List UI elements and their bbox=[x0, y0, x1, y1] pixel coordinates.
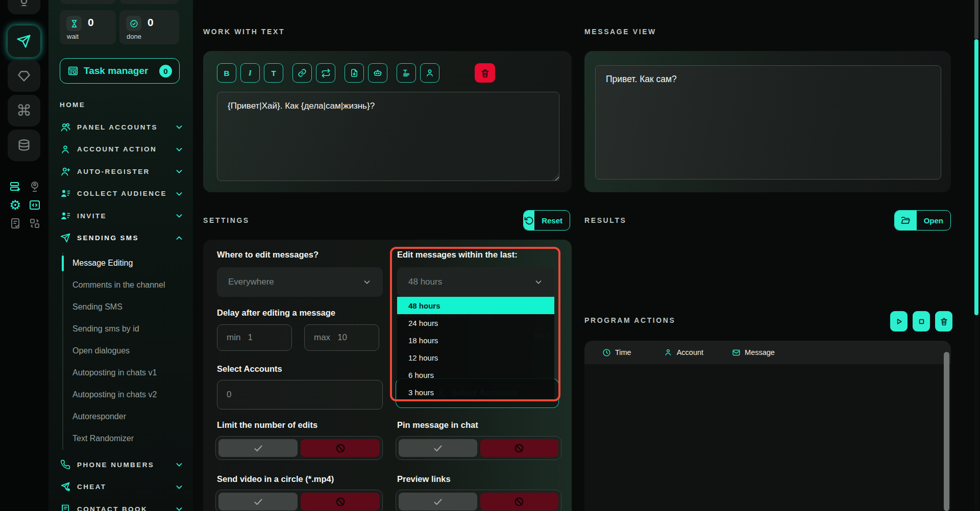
server-check-icon[interactable] bbox=[9, 181, 21, 193]
file-insert-button[interactable] bbox=[345, 63, 364, 83]
sending-rail-button[interactable] bbox=[8, 25, 40, 57]
text-template-button[interactable] bbox=[397, 63, 416, 83]
allow-button[interactable] bbox=[218, 439, 298, 457]
where-select[interactable]: Everywhere bbox=[217, 267, 383, 297]
phone-icon bbox=[60, 459, 71, 470]
swap-icon[interactable] bbox=[29, 217, 41, 229]
chevron-up-icon bbox=[175, 234, 184, 243]
code-window-icon[interactable] bbox=[29, 199, 41, 211]
dropdown-option[interactable]: 12 hours bbox=[397, 349, 554, 366]
work-with-text-title: WORK WITH TEXT bbox=[203, 28, 285, 36]
done-count: 0 bbox=[148, 16, 154, 29]
bot-button[interactable] bbox=[368, 63, 387, 83]
repeat-button[interactable] bbox=[316, 63, 335, 83]
send-video-label: Send video in a circle (*.mp4) bbox=[217, 474, 334, 484]
sidebar-subitem-label: Sending sms by id bbox=[72, 324, 139, 334]
sidebar-item-invite[interactable]: INVITE bbox=[48, 205, 193, 227]
webcam-icon[interactable] bbox=[29, 181, 41, 193]
user-icon bbox=[425, 68, 434, 78]
sidebar-subitem-label: Sending SMS bbox=[72, 302, 122, 312]
deny-button[interactable] bbox=[301, 439, 380, 457]
text-toolbar: B I T bbox=[217, 63, 439, 83]
document-check-icon[interactable] bbox=[9, 217, 21, 229]
sidebar-item-phone-numbers[interactable]: PHONE NUMBERS bbox=[48, 454, 193, 476]
stop-button[interactable] bbox=[913, 311, 930, 331]
open-label: Open bbox=[917, 211, 950, 230]
delete-text-button[interactable] bbox=[475, 63, 495, 83]
page-scrollbar-thumb[interactable] bbox=[974, 39, 978, 315]
sidebar-item-home[interactable]: HOME bbox=[48, 94, 193, 116]
deny-button[interactable] bbox=[301, 493, 380, 510]
book-icon bbox=[60, 503, 71, 511]
command-icon: ⌘ bbox=[16, 103, 32, 118]
send-icon bbox=[60, 233, 71, 244]
sidebar-subitem-label: Comments in the channel bbox=[72, 280, 165, 290]
sidebar-subitem[interactable]: Autoposting in chats v1 bbox=[63, 362, 193, 384]
dropdown-option[interactable]: 18 hours bbox=[397, 331, 554, 349]
text-format-button[interactable]: T bbox=[264, 63, 283, 83]
sidebar-item-contact-book[interactable]: CONTACT BOOK bbox=[48, 498, 193, 511]
allow-button[interactable] bbox=[399, 493, 477, 510]
task-manager-label: Task manager bbox=[84, 65, 154, 76]
sidebar-subitem[interactable]: Autoposting in chats v2 bbox=[63, 384, 193, 406]
allow-button[interactable] bbox=[218, 493, 298, 510]
message-preview: Привет. Как сам? bbox=[595, 65, 941, 180]
sidebar-subitem-label: Autoposting in chats v1 bbox=[72, 368, 157, 377]
open-results-button[interactable]: Open bbox=[894, 210, 951, 231]
allow-button[interactable] bbox=[399, 439, 477, 457]
dropdown-option[interactable]: 24 hours bbox=[397, 314, 554, 331]
user-list-icon bbox=[60, 210, 71, 221]
chevron-down-icon bbox=[175, 167, 184, 176]
sidebar-subitem-label: Text Randomizer bbox=[72, 434, 134, 443]
sidebar-subitem[interactable]: Text Randomizer bbox=[63, 428, 193, 450]
dropdown-option[interactable]: 6 hours bbox=[397, 366, 554, 384]
sidebar-item-cheat[interactable]: CHEAT bbox=[48, 476, 193, 498]
delay-max-input[interactable]: max10 bbox=[304, 324, 379, 351]
link-button[interactable] bbox=[292, 63, 312, 83]
premium-rail-button[interactable] bbox=[8, 60, 40, 92]
pin-message-toggle bbox=[396, 436, 561, 460]
reset-button[interactable]: Reset bbox=[523, 210, 570, 231]
edit-within-dropdown: 48 hours 24 hours 18 hours 12 hours 6 ho… bbox=[397, 297, 554, 401]
profile-insert-button[interactable] bbox=[420, 63, 439, 83]
sidebar-subitem[interactable]: Message Editing bbox=[63, 252, 193, 274]
dropdown-option[interactable]: 48 hours bbox=[397, 297, 554, 314]
sidebar-item-auto-register[interactable]: AUTO-REGISTER bbox=[48, 161, 193, 183]
message-view-title: MESSAGE VIEW bbox=[584, 28, 656, 36]
send-video-toggle bbox=[215, 490, 383, 511]
sidebar-item-account-action[interactable]: ACCOUNT ACTION bbox=[48, 138, 193, 161]
italic-button[interactable]: I bbox=[240, 63, 260, 83]
bold-button[interactable]: B bbox=[217, 63, 236, 83]
limit-edits-label: Limit the number of edits bbox=[217, 420, 317, 430]
sidebar-subitem[interactable]: Open dialogues bbox=[63, 340, 193, 362]
deny-button[interactable] bbox=[480, 493, 559, 510]
sidebar-item-sending-sms[interactable]: SENDING SMS bbox=[48, 227, 193, 249]
table-scrollbar[interactable] bbox=[944, 352, 949, 511]
message-text-input[interactable]: {Привет|Хай}. Как {дела|сам|жизнь}? bbox=[217, 92, 559, 181]
clear-actions-button[interactable] bbox=[935, 311, 952, 331]
sidebar-item-collect-audience[interactable]: COLLECT AUDIENCE bbox=[48, 183, 193, 205]
deny-button[interactable] bbox=[480, 439, 559, 457]
pin-message-label: Pin message in chat bbox=[397, 420, 478, 430]
select-accounts-input[interactable]: 0 bbox=[217, 380, 383, 410]
delay-min-input[interactable]: min1 bbox=[217, 324, 292, 351]
sidebar-subitem[interactable]: Sending SMS bbox=[63, 296, 193, 318]
stop-icon bbox=[917, 317, 926, 326]
database-rail-button[interactable] bbox=[8, 130, 40, 161]
dropdown-option[interactable]: 3 hours bbox=[397, 384, 554, 401]
chevron-down-icon bbox=[534, 277, 543, 287]
done-counter: 0 done bbox=[119, 10, 179, 44]
gear-icon[interactable]: ⚙ bbox=[9, 199, 21, 211]
sidebar-subitem[interactable]: Sending sms by id bbox=[63, 318, 193, 340]
sidebar-item-panel-accounts[interactable]: PANEL ACCOUNTS bbox=[48, 116, 193, 139]
folder-open-icon bbox=[895, 211, 917, 230]
sidebar-subitem-label: Autoresponder bbox=[72, 412, 126, 421]
preview-links-label: Preview links bbox=[397, 474, 451, 484]
commands-rail-button[interactable]: ⌘ bbox=[8, 95, 40, 126]
profile-rail-button[interactable] bbox=[8, 0, 40, 14]
sidebar-subitem[interactable]: Comments in the channel bbox=[63, 274, 193, 296]
sidebar-subitem[interactable]: Autoresponder bbox=[63, 406, 193, 428]
play-button[interactable] bbox=[890, 311, 908, 331]
edit-within-select[interactable]: 48 hours bbox=[397, 267, 554, 297]
task-manager-button[interactable]: Task manager 0 bbox=[60, 58, 180, 84]
